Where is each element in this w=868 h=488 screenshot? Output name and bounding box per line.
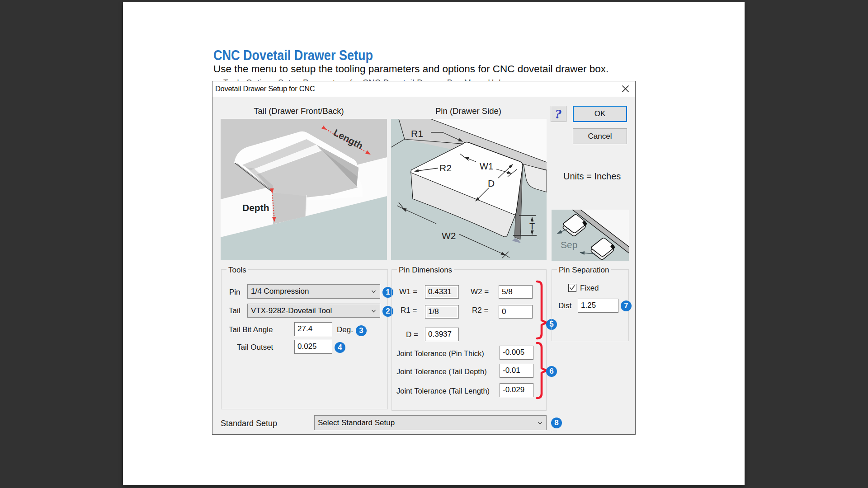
svg-text:T: T xyxy=(529,221,535,231)
svg-text:W2: W2 xyxy=(442,230,456,241)
svg-text:Sep: Sep xyxy=(561,239,577,250)
svg-text:W1: W1 xyxy=(480,161,493,171)
svg-text:Depth: Depth xyxy=(242,202,269,213)
svg-text:R1: R1 xyxy=(411,128,423,139)
svg-text:D: D xyxy=(488,178,495,188)
svg-text:R2: R2 xyxy=(439,163,452,173)
svg-text:?: ? xyxy=(555,106,562,121)
